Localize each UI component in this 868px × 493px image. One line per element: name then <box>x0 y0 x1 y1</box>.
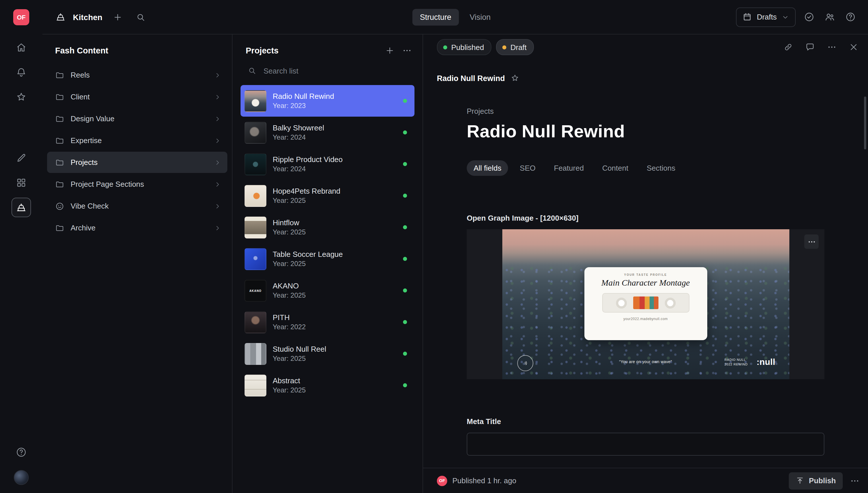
smiley-icon <box>55 201 64 211</box>
search-input[interactable] <box>262 66 414 76</box>
published-dot <box>403 257 407 261</box>
tab-vision[interactable]: Vision <box>462 8 498 25</box>
folder-icon <box>55 70 64 80</box>
chevron-right-icon <box>213 93 222 101</box>
og-image-preview: YOUR TASTE PROFILE Main Character Montag… <box>502 229 789 379</box>
document-panel: Published Draft Radio Null <box>423 35 868 493</box>
footer-menu-button[interactable] <box>850 475 860 486</box>
list-item-akano[interactable]: AKANO AKANO Year: 2025 <box>241 275 414 306</box>
releases-label: Drafts <box>757 13 777 21</box>
null-logo: :null <box>757 357 775 367</box>
close-icon[interactable] <box>848 42 859 52</box>
sidebar-item-client[interactable]: Client <box>47 86 227 107</box>
project-title: AKANO <box>273 282 306 290</box>
list-item-hintflow[interactable]: Hintflow Year: 2025 <box>241 211 414 243</box>
scrollbar-thumb[interactable] <box>864 97 866 149</box>
home-button[interactable] <box>12 38 31 58</box>
list-item-studio-null-reel[interactable]: Studio Null Reel Year: 2025 <box>241 338 414 369</box>
publish-button[interactable]: Publish <box>789 472 843 489</box>
sidebar-item-expertise[interactable]: Expertise <box>47 130 227 151</box>
publish-button-label: Publish <box>809 476 836 485</box>
author-avatar[interactable]: OF <box>437 475 447 486</box>
publish-status: Published 1 hr. ago <box>452 476 517 485</box>
field-tab-seo[interactable]: SEO <box>513 160 543 176</box>
help-icon <box>16 447 27 458</box>
new-document-button[interactable] <box>111 9 125 24</box>
favorites-button[interactable] <box>12 87 31 107</box>
audio-button[interactable] <box>517 355 533 371</box>
help-menu-button[interactable] <box>843 9 858 24</box>
sidebar-item-project-page-sections[interactable]: Project Page Sections <box>47 173 227 195</box>
field-tab-featured[interactable]: Featured <box>547 160 591 176</box>
nav-panel-title: Fash Content <box>43 41 232 60</box>
field-tab-all-fields[interactable]: All fields <box>467 160 508 176</box>
rail-help-button[interactable] <box>12 443 31 462</box>
field-tab-content[interactable]: Content <box>595 160 635 176</box>
document-menu-icon[interactable] <box>827 42 837 52</box>
project-thumbnail <box>245 122 266 143</box>
users-icon <box>824 12 835 22</box>
project-title: Hintflow <box>273 218 306 227</box>
releases-dropdown[interactable]: Drafts <box>736 7 796 27</box>
chevron-down-icon <box>781 13 789 21</box>
sidebar-item-vibe-check[interactable]: Vibe Check <box>47 195 227 217</box>
content-area: Fash Content Reels Client Design Value E… <box>43 35 868 493</box>
sidebar-item-label: Project Page Sections <box>71 180 144 189</box>
global-search-button[interactable] <box>134 9 149 24</box>
home-icon <box>16 42 27 53</box>
field-tab-sections[interactable]: Sections <box>640 160 682 176</box>
published-badge-label: Published <box>451 43 484 51</box>
sidebar-item-label: Client <box>71 92 90 101</box>
sidebar-item-label: Archive <box>71 223 96 232</box>
published-dot <box>403 225 407 229</box>
document-scroll-area[interactable]: Radio Null Rewind Projects Radio Null Re… <box>423 60 868 493</box>
create-project-button[interactable] <box>382 43 397 58</box>
list-item-radio-null-rewind[interactable]: Radio Null Rewind Year: 2023 <box>241 85 414 116</box>
cake-icon <box>16 202 27 213</box>
published-dot <box>403 352 407 356</box>
compose-button[interactable] <box>12 148 31 168</box>
list-item-balky-showreel[interactable]: Balky Showreel Year: 2024 <box>241 116 414 148</box>
published-badge[interactable]: Published <box>437 39 492 55</box>
breadcrumb: Projects <box>467 107 824 115</box>
notifications-button[interactable] <box>12 63 31 82</box>
user-avatar[interactable] <box>14 470 29 485</box>
list-item-hope4pets-rebrand[interactable]: Hope4Pets Rebrand Year: 2025 <box>241 180 414 211</box>
list-item-table-soccer-league[interactable]: Table Soccer League Year: 2025 <box>241 243 414 275</box>
project-year: Year: 2025 <box>273 291 306 299</box>
project-thumbnail <box>245 153 266 175</box>
sidebar-item-archive[interactable]: Archive <box>47 217 227 238</box>
check-circle-icon <box>803 12 814 22</box>
meta-title-label: Meta Title <box>467 417 824 426</box>
project-list: Radio Null Rewind Year: 2023 Balky Showr… <box>232 85 422 401</box>
meta-title-input[interactable] <box>467 433 824 456</box>
list-item-pith[interactable]: PITH Year: 2022 <box>241 306 414 338</box>
favorite-star-icon[interactable] <box>510 73 519 83</box>
tasks-button[interactable] <box>801 9 816 24</box>
list-item-abstract[interactable]: Abstract Year: 2025 <box>241 369 414 401</box>
members-button[interactable] <box>822 9 837 24</box>
tab-structure[interactable]: Structure <box>412 8 459 25</box>
sidebar-item-label: Reels <box>71 71 90 79</box>
apps-button[interactable] <box>12 173 31 192</box>
workspace-avatar[interactable]: OF <box>13 9 29 25</box>
studio-button[interactable] <box>12 198 31 217</box>
og-image-menu-button[interactable] <box>804 234 819 249</box>
sidebar-item-design-value[interactable]: Design Value <box>47 108 227 129</box>
copy-link-icon[interactable] <box>783 42 793 52</box>
cassette-card: YOUR TASTE PROFILE Main Character Montag… <box>584 267 707 340</box>
project-title: Abstract <box>273 377 306 385</box>
publish-icon <box>796 476 804 485</box>
draft-badge[interactable]: Draft <box>496 39 534 55</box>
project-thumbnail <box>245 374 266 396</box>
sidebar-item-reels[interactable]: Reels <box>47 64 227 86</box>
document-footer: OF Published 1 hr. ago Publish <box>423 468 868 493</box>
og-image-field[interactable]: YOUR TASTE PROFILE Main Character Montag… <box>467 229 824 379</box>
chevron-right-icon <box>213 115 222 123</box>
list-menu-button[interactable] <box>399 43 414 58</box>
comments-icon[interactable] <box>805 42 815 52</box>
list-item-ripple-product-video[interactable]: Ripple Product Video Year: 2024 <box>241 148 414 180</box>
folder-icon <box>55 136 64 145</box>
project-title: Balky Showreel <box>273 124 324 132</box>
sidebar-item-projects[interactable]: Projects <box>47 152 227 173</box>
